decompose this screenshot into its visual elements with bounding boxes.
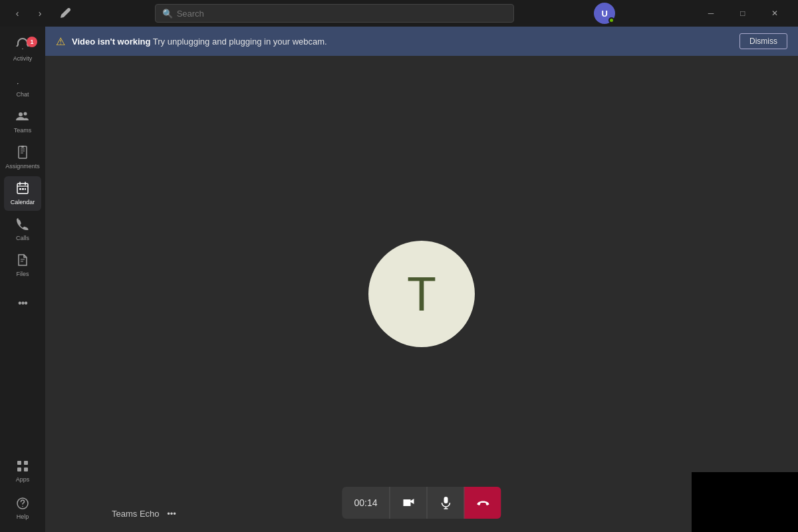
user-avatar[interactable]: U xyxy=(594,3,615,24)
call-controls: 00:14 xyxy=(342,487,501,519)
svg-rect-3 xyxy=(21,146,24,148)
minimize-button[interactable]: ─ xyxy=(696,3,726,24)
caller-name: Teams Echo xyxy=(112,509,160,519)
maximize-button[interactable]: □ xyxy=(728,3,758,24)
compose-button[interactable] xyxy=(56,4,74,23)
status-dot xyxy=(608,17,614,23)
end-call-button[interactable] xyxy=(464,487,501,519)
svg-rect-10 xyxy=(17,467,21,471)
svg-rect-5 xyxy=(19,188,21,190)
sidebar-item-calls[interactable]: Calls xyxy=(4,212,41,247)
warning-text: Video isn't working Try unplugging and p… xyxy=(72,37,733,47)
sidebar-bottom: Apps Help xyxy=(4,454,41,527)
sidebar-item-assignments[interactable]: Assignments xyxy=(4,140,41,175)
svg-rect-8 xyxy=(17,461,21,465)
caller-avatar: T xyxy=(368,241,475,347)
caller-avatar-letter: T xyxy=(407,270,436,318)
svg-rect-9 xyxy=(24,461,28,465)
sidebar-item-chat[interactable]: Chat xyxy=(4,68,41,103)
back-button[interactable]: ‹ xyxy=(8,4,27,23)
video-preview xyxy=(692,472,798,532)
more-icon: ••• xyxy=(18,298,27,309)
calendar-icon xyxy=(16,182,29,197)
sidebar-item-files-label: Files xyxy=(16,271,29,278)
sidebar: Activity 1 Chat Teams xyxy=(0,27,45,532)
search-input[interactable] xyxy=(177,9,507,19)
call-more[interactable]: ••• xyxy=(167,509,176,519)
mic-button[interactable] xyxy=(427,487,464,519)
files-icon xyxy=(16,253,29,269)
nav-buttons: ‹ › xyxy=(8,4,49,23)
sidebar-item-teams-label: Teams xyxy=(14,127,32,134)
svg-point-1 xyxy=(24,112,27,115)
sidebar-item-calendar-label: Calendar xyxy=(11,199,35,206)
help-icon xyxy=(17,497,29,511)
video-area: T xyxy=(45,56,798,532)
sidebar-item-teams[interactable]: Teams xyxy=(4,104,41,139)
sidebar-item-apps[interactable]: Apps xyxy=(4,454,41,489)
sidebar-item-more[interactable]: ••• xyxy=(4,286,41,321)
call-label: Teams Echo ••• xyxy=(112,509,176,519)
dismiss-button[interactable]: Dismiss xyxy=(739,33,787,49)
calls-icon xyxy=(16,217,29,233)
avatar-initials: U xyxy=(602,9,608,19)
sidebar-item-assignments-label: Assignments xyxy=(5,163,40,170)
window-controls: ─ □ ✕ xyxy=(696,3,790,24)
sidebar-item-help-label: Help xyxy=(17,513,29,521)
search-bar[interactable]: 🔍 xyxy=(155,4,514,23)
sidebar-item-calls-label: Calls xyxy=(16,235,29,242)
teams-icon xyxy=(16,110,29,125)
chat-icon xyxy=(16,74,29,89)
search-icon: 🔍 xyxy=(162,9,173,19)
activity-badge: 1 xyxy=(27,37,37,47)
svg-rect-2 xyxy=(19,146,27,158)
sidebar-item-apps-label: Apps xyxy=(16,476,30,483)
svg-rect-7 xyxy=(25,188,26,190)
title-bar: ‹ › 🔍 U ─ □ ✕ xyxy=(0,0,798,27)
close-button[interactable]: ✕ xyxy=(759,3,790,24)
forward-button[interactable]: › xyxy=(31,4,49,23)
call-area: ⚠ Video isn't working Try unplugging and… xyxy=(45,27,798,532)
apps-icon xyxy=(17,460,29,474)
sidebar-item-files[interactable]: Files xyxy=(4,248,41,283)
sidebar-item-calendar[interactable]: Calendar xyxy=(4,176,41,211)
warning-banner: ⚠ Video isn't working Try unplugging and… xyxy=(45,27,798,56)
svg-rect-11 xyxy=(24,467,28,471)
sidebar-item-activity[interactable]: Activity 1 xyxy=(4,33,41,67)
main-content: Activity 1 Chat Teams xyxy=(0,27,798,532)
svg-point-13 xyxy=(22,505,23,507)
assignments-icon xyxy=(16,146,29,161)
warning-body-text: Try unplugging and plugging in your webc… xyxy=(150,37,327,47)
sidebar-item-help[interactable]: Help xyxy=(4,491,41,526)
call-timer: 00:14 xyxy=(342,489,389,516)
warning-icon: ⚠ xyxy=(56,35,65,48)
warning-bold-text: Video isn't working xyxy=(72,37,150,47)
video-button[interactable] xyxy=(390,487,427,519)
sidebar-item-chat-label: Chat xyxy=(16,91,29,98)
svg-point-0 xyxy=(19,112,23,116)
svg-rect-14 xyxy=(444,497,448,503)
sidebar-item-activity-label: Activity xyxy=(13,55,33,63)
svg-rect-6 xyxy=(22,188,24,190)
